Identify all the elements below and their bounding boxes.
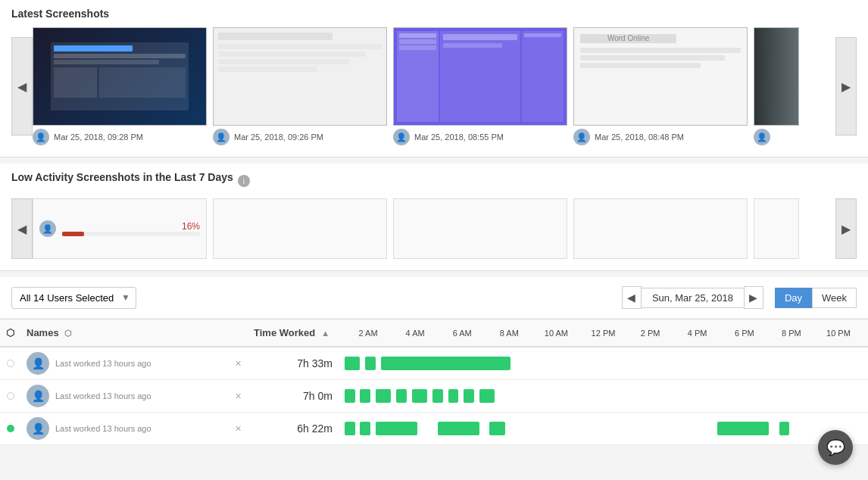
remove-user-btn[interactable]: ✕	[235, 391, 242, 401]
hour-6pm: 6 PM	[721, 329, 768, 338]
hour-labels: 2 AM 4 AM 6 AM 8 AM 10 AM 12 PM 2 PM 4 P…	[345, 329, 862, 338]
screenshot-meta: 👤 Mar 25, 2018, 08:48 PM	[573, 129, 748, 145]
timeline-section: All 14 Users Selected ▼ ◀ Sun, Mar 25, 2…	[0, 277, 868, 445]
last-worked: Last worked 13 hours ago	[55, 359, 151, 368]
low-activity-prev-btn[interactable]: ◀	[11, 198, 33, 259]
low-activity-next-btn[interactable]: ▶	[835, 198, 857, 259]
screenshots-next-btn[interactable]: ▶	[835, 37, 857, 136]
low-activity-carousel: ◀ 👤 16% ▶	[11, 198, 857, 259]
screenshot-thumb	[33, 27, 207, 126]
screenshots-prev-btn[interactable]: ◀	[11, 37, 33, 136]
hour-10am: 10 AM	[532, 329, 579, 338]
date-next-btn[interactable]: ▶	[744, 286, 763, 309]
chat-icon: 💬	[826, 438, 845, 445]
timeline-table: ⬡ Names ⬡ Time Worked ▲ 2 AM 4 AM	[0, 319, 868, 445]
name-cell-inner: 👤 Last worked 13 hours ago ✕	[27, 385, 242, 407]
pct-label: 16%	[62, 221, 200, 232]
activity-bar	[489, 422, 504, 435]
avatar: 👤	[27, 385, 49, 407]
time-value: 7h 0m	[303, 390, 333, 402]
table-row: 👤 Last worked 13 hours ago ✕ 7h 33m	[0, 347, 868, 380]
info-icon[interactable]: i	[238, 175, 250, 187]
chart-cell	[339, 413, 868, 445]
activity-bar	[448, 389, 459, 403]
activity-bar	[345, 357, 360, 370]
screenshot-time: Mar 25, 2018, 08:55 PM	[414, 132, 504, 142]
screenshot-item[interactable]: 👤 Mar 25, 2018, 09:28 PM	[33, 27, 207, 145]
time-worked-cell: 6h 22m	[248, 413, 339, 445]
table-header-row: ⬡ Names ⬡ Time Worked ▲ 2 AM 4 AM	[0, 319, 868, 348]
date-prev-btn[interactable]: ◀	[622, 286, 642, 309]
date-nav-group: ◀ Sun, Mar 25, 2018 ▶ Day Week	[622, 286, 857, 309]
th-indicator: ⬡	[0, 319, 20, 348]
status-indicator-cell	[0, 380, 20, 413]
time-sort-icon[interactable]: ▲	[321, 329, 329, 338]
activity-bar	[376, 389, 391, 403]
day-view-btn[interactable]: Day	[775, 288, 812, 308]
th-names: Names ⬡	[20, 319, 248, 348]
chart-row	[345, 418, 862, 439]
hour-12pm: 12 PM	[579, 329, 626, 338]
avatar: 👤	[27, 417, 49, 440]
low-activity-item[interactable]: 👤 16%	[33, 198, 207, 259]
avatar: 👤	[39, 220, 56, 237]
last-worked: Last worked 13 hours ago	[55, 424, 151, 433]
name-cell: 👤 Last worked 13 hours ago ✕	[20, 347, 248, 380]
hour-8am: 8 AM	[486, 329, 532, 338]
hour-4am: 4 AM	[392, 329, 439, 338]
screenshot-meta: 👤 Mar 25, 2018, 09:28 PM	[33, 129, 207, 145]
screenshots-list: 👤 Mar 25, 2018, 09:28 PM 👤	[33, 27, 835, 145]
screenshot-thumb	[213, 27, 387, 126]
low-activity-section: Low Activity Screenshots in the Last 7 D…	[0, 164, 868, 271]
screenshot-meta-partial: 👤	[754, 129, 799, 145]
time-worked-cell: 7h 0m	[248, 380, 339, 413]
hour-6am: 6 AM	[439, 329, 486, 338]
names-label: Names	[27, 327, 59, 338]
progress-container: 16%	[62, 221, 200, 236]
low-activity-item-empty	[393, 198, 567, 259]
activity-bar	[438, 422, 479, 435]
remove-user-btn[interactable]: ✕	[235, 359, 242, 369]
activity-bar	[345, 389, 355, 403]
name-cell: 👤 Last worked 13 hours ago ✕	[20, 413, 248, 445]
hour-2pm: 2 PM	[627, 329, 674, 338]
screenshot-item[interactable]: 👤 Mar 25, 2018, 08:55 PM	[393, 27, 567, 145]
sort-icon[interactable]: ⬡	[6, 327, 14, 338]
latest-screenshots-section: Latest Screenshots ◀	[0, 0, 868, 157]
name-cell-inner: 👤 Last worked 13 hours ago ✕	[27, 417, 242, 440]
time-worked-label: Time Worked	[254, 327, 315, 338]
status-indicator-cell	[0, 413, 20, 445]
user-select[interactable]: All 14 Users Selected	[11, 287, 136, 309]
status-dot	[7, 392, 14, 400]
chart-cell	[339, 380, 868, 413]
progress-bar-fill	[62, 232, 84, 236]
activity-bar	[360, 389, 370, 403]
week-view-btn[interactable]: Week	[812, 288, 857, 308]
latest-screenshots-title: Latest Screenshots	[11, 8, 857, 20]
activity-bar	[360, 422, 370, 435]
user-select-wrapper: All 14 Users Selected ▼	[11, 287, 136, 309]
screenshot-item[interactable]: 👤 Mar 25, 2018, 09:26 PM	[213, 27, 387, 145]
table-row: 👤 Last worked 13 hours ago ✕ 6h 22m	[0, 413, 868, 445]
th-time-worked: Time Worked ▲	[248, 319, 339, 348]
screenshot-thumb	[393, 27, 567, 126]
progress-bar-bg	[62, 232, 200, 236]
avatar: 👤	[573, 129, 590, 145]
name-info: Last worked 13 hours ago	[55, 424, 151, 433]
names-sort-icon[interactable]: ⬡	[64, 329, 72, 338]
screenshot-meta: 👤 Mar 25, 2018, 09:26 PM	[213, 129, 387, 145]
screenshot-time: Mar 25, 2018, 09:26 PM	[234, 132, 323, 142]
activity-bar	[365, 357, 376, 370]
screenshot-thumb-partial	[754, 27, 799, 126]
remove-user-btn[interactable]: ✕	[235, 424, 242, 434]
activity-bar	[779, 422, 790, 435]
low-activity-item-partial	[754, 198, 799, 259]
chart-row	[345, 385, 862, 407]
screenshot-item-partial[interactable]: 👤	[754, 27, 799, 145]
time-worked-cell: 7h 33m	[248, 347, 339, 380]
low-activity-header: Low Activity Screenshots in the Last 7 D…	[11, 171, 857, 191]
screenshot-item[interactable]: Word Online 👤 Mar 25, 2018, 08:48 PM	[573, 27, 748, 145]
activity-bar	[479, 389, 495, 403]
timeline-controls: All 14 Users Selected ▼ ◀ Sun, Mar 25, 2…	[0, 277, 868, 319]
avatar: 👤	[27, 352, 49, 375]
